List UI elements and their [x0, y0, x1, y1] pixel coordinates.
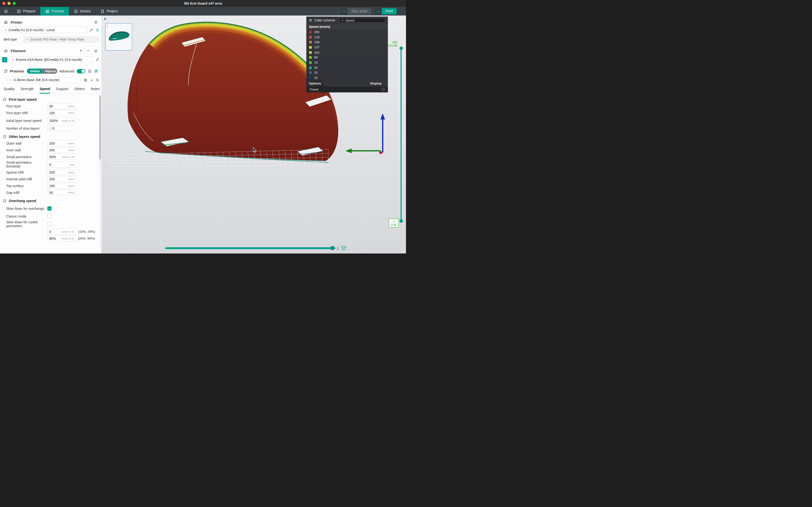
- process-preset-select[interactable]: 0.36mm Base 20k (0.6 nozzle): [7, 77, 81, 83]
- home-icon: [4, 9, 8, 13]
- top-surface-input[interactable]: 150mm/s: [47, 183, 76, 189]
- tab-others[interactable]: Others: [74, 87, 85, 94]
- print-split-button: Print: [375, 8, 397, 14]
- legend-item: 137: [306, 45, 388, 50]
- bottom-layer-height: 0.36: [389, 223, 399, 227]
- scrollbar-thumb[interactable]: [99, 95, 101, 160]
- overhang-speed-range2-input[interactable]: 80%mm/s or %: [47, 236, 76, 241]
- color-objects-grid-icon[interactable]: [94, 69, 98, 73]
- project-icon: [101, 9, 105, 13]
- tab-notes[interactable]: Notes: [91, 87, 100, 94]
- legend-item: 31: [306, 70, 388, 75]
- save-preset-icon[interactable]: [84, 78, 88, 82]
- legend-value: 200: [314, 30, 319, 34]
- printer-settings-gear-icon[interactable]: [94, 20, 98, 24]
- travel-checkbox[interactable]: [382, 88, 385, 91]
- filament-preset-value: Eryone ASA Basic @Creality K1 (0.6 nozzl…: [16, 58, 82, 62]
- tab-device[interactable]: Device: [69, 7, 96, 15]
- gap-infill-input[interactable]: 50mm/s: [47, 189, 76, 195]
- edit-printer-icon[interactable]: [89, 28, 93, 32]
- tab-support[interactable]: Support: [56, 87, 68, 94]
- filament-settings-gear-icon[interactable]: [94, 49, 98, 53]
- param-label: Slow down for curled perimeters: [6, 220, 47, 228]
- param-label: Internal solid infill: [6, 177, 47, 181]
- overhang-speed-range1-input[interactable]: 0mm/s or %: [47, 229, 76, 235]
- layer-slider-top-handle[interactable]: [400, 47, 403, 50]
- tab-quality[interactable]: Quality: [4, 87, 14, 94]
- layers-icon[interactable]: [341, 246, 347, 252]
- close-window-button[interactable]: [2, 2, 6, 5]
- number-of-slow-layers-input[interactable]: 0: [47, 125, 76, 131]
- expand-toolbar-icon[interactable]: »: [104, 16, 106, 21]
- home-button[interactable]: [0, 7, 12, 15]
- search-preset-icon[interactable]: [95, 78, 99, 82]
- param-row: Sparse infill 200mm/s: [0, 169, 101, 176]
- param-row: Number of slow layers 0: [0, 125, 101, 132]
- tab-prepare[interactable]: Prepare: [12, 7, 40, 15]
- bed-type-select[interactable]: Smooth PEI Plate / High Temp Plate: [24, 36, 100, 43]
- slice-options-dropdown[interactable]: [341, 8, 348, 14]
- edit-filament-icon[interactable]: [95, 58, 99, 62]
- overhang-range-label: (10%, 25%): [78, 230, 95, 234]
- zoom-window-button[interactable]: [13, 2, 16, 5]
- print-options-dropdown[interactable]: [375, 8, 382, 14]
- param-label: Gap infill: [6, 190, 47, 194]
- initial-layer-travel-speed-input[interactable]: 100%mm/s or %: [47, 118, 76, 124]
- sparse-infill-input[interactable]: 200mm/s: [47, 169, 76, 175]
- scope-global-button[interactable]: Global: [27, 68, 43, 74]
- param-row: Gap infill 50mm/s: [0, 189, 101, 196]
- internal-solid-infill-input[interactable]: 200mm/s: [47, 176, 76, 182]
- plate-thumbnail[interactable]: 1: [105, 23, 133, 51]
- param-row: 0mm/s or % (10%, 25%): [0, 228, 101, 235]
- legend-item: 94: [306, 55, 388, 60]
- param-label: Initial layer travel speed: [6, 119, 47, 122]
- close-preset-icon[interactable]: ×: [90, 78, 93, 82]
- layer-slider-bottom-handle[interactable]: [400, 219, 403, 223]
- move-slider-handle[interactable]: [331, 246, 335, 250]
- remove-filament-button[interactable]: −: [86, 48, 90, 53]
- tab-strength[interactable]: Strength: [20, 87, 34, 94]
- layer-slider-track[interactable]: [401, 48, 402, 221]
- move-slider-track[interactable]: [165, 247, 336, 249]
- classic-mode-checkbox[interactable]: [47, 214, 51, 218]
- add-filament-button[interactable]: +: [79, 48, 83, 53]
- printer-preset-select[interactable]: Creality K1 (0.6 nozzle) - Local: [2, 26, 88, 33]
- legend-value: 52: [314, 66, 318, 69]
- tab-preview[interactable]: Preview: [40, 7, 69, 15]
- wifi-connection-icon[interactable]: [95, 28, 99, 32]
- small-perimeters-input[interactable]: 50%mm/s or %: [47, 154, 76, 160]
- first-layer-input[interactable]: 50mm/s: [47, 103, 76, 109]
- section-first-layer-speed: First layer speed: [9, 98, 37, 101]
- objects-list-icon[interactable]: [88, 69, 92, 73]
- small-perimeters-threshold-input[interactable]: 0mm: [47, 162, 76, 168]
- legend-value: 158: [314, 40, 319, 44]
- slow-down-for-curled-perimeters-checkbox[interactable]: [47, 222, 51, 226]
- param-label: Top surface: [6, 184, 47, 187]
- collapse-panel-icon[interactable]: [309, 19, 312, 22]
- tab-speed[interactable]: Speed: [40, 87, 50, 94]
- outer-wall-input[interactable]: 200mm/s: [47, 140, 76, 146]
- param-label: Small perimeters threshold: [6, 161, 47, 168]
- filament-preset-select[interactable]: Eryone ASA Basic @Creality K1 (0.6 nozzl…: [9, 56, 94, 63]
- overhang-range-label: [25%, 50%): [78, 237, 95, 240]
- preview-icon: [45, 9, 50, 13]
- plate-thumbnail-image: [105, 24, 132, 50]
- print-button[interactable]: Print: [382, 8, 397, 14]
- slice-plate-button[interactable]: Slice plate: [348, 8, 371, 14]
- filament-slot-badge[interactable]: 1: [2, 57, 7, 62]
- advanced-toggle[interactable]: [77, 69, 85, 73]
- minimize-window-button[interactable]: [7, 2, 11, 5]
- printer-icon: [4, 20, 8, 24]
- inner-wall-input[interactable]: 200mm/s: [47, 147, 76, 153]
- color-scheme-select[interactable]: Speed: [339, 18, 386, 23]
- window-titlebar: Ski Arm Guard v47 orca: [0, 0, 406, 7]
- chevron-down-icon: [26, 39, 29, 40]
- scope-objects-button[interactable]: Objects: [43, 68, 57, 74]
- tab-project[interactable]: Project: [96, 7, 122, 15]
- first-layer-infill-input[interactable]: 105mm/s: [47, 110, 76, 116]
- color-scheme-label: Color scheme: [314, 18, 335, 22]
- stepper-arrows[interactable]: [49, 127, 51, 130]
- param-row: Outer wall 200mm/s: [0, 140, 101, 147]
- process-icon: [4, 69, 8, 73]
- slow-down-for-overhangs-checkbox[interactable]: [47, 207, 51, 211]
